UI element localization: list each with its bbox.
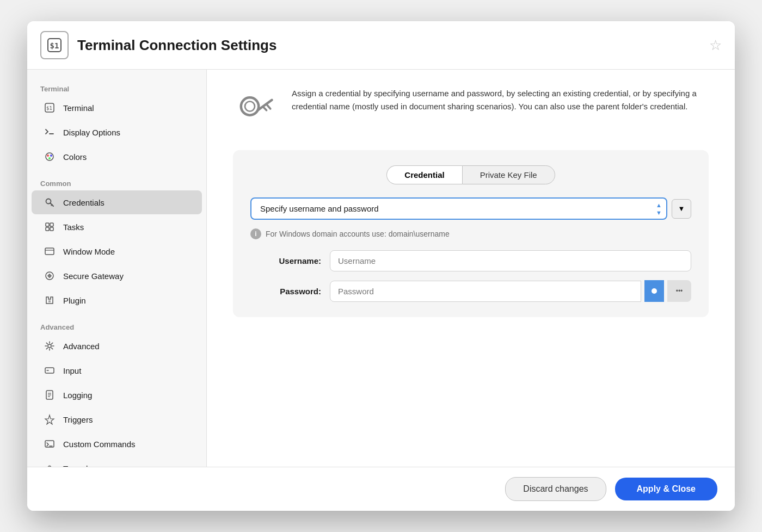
input-icon: [42, 363, 57, 378]
svg-text:$1: $1: [46, 106, 52, 111]
svg-rect-20: [48, 300, 51, 302]
description-text: Assign a credential by specifying userna…: [292, 87, 709, 113]
svg-point-21: [48, 344, 51, 348]
svg-rect-15: [50, 227, 53, 231]
password-extra-button[interactable]: •••: [667, 280, 691, 302]
svg-line-34: [267, 105, 271, 109]
app-icon: $1: [40, 31, 69, 59]
sidebar-item-window-mode[interactable]: Window Mode: [32, 239, 202, 263]
favorite-icon[interactable]: ☆: [709, 37, 722, 54]
sidebar-label-advanced: Advanced: [63, 342, 100, 351]
credential-select-wrapper: Specify username and password Use existi…: [250, 197, 667, 220]
svg-rect-16: [45, 248, 54, 255]
svg-rect-14: [46, 227, 49, 231]
hint-text: For Windows domain accounts use: domain\…: [266, 230, 450, 238]
apply-close-button[interactable]: Apply & Close: [615, 478, 717, 500]
secure-gateway-icon: [42, 269, 57, 283]
sidebar-label-triggers: Triggers: [63, 415, 93, 424]
description-area: Assign a credential by specifying userna…: [233, 87, 709, 131]
sidebar-item-input[interactable]: Input: [32, 358, 202, 382]
svg-text:$1: $1: [50, 41, 59, 50]
window-title: Terminal Connection Settings: [77, 37, 709, 54]
sidebar-label-plugin: Plugin: [63, 296, 86, 305]
sidebar-section-common: Common: [27, 175, 206, 190]
main-content: Assign a credential by specifying userna…: [207, 70, 735, 467]
tab-credential[interactable]: Credential: [386, 165, 462, 184]
sidebar: Terminal $1 Terminal Display Options Col…: [27, 70, 207, 467]
sidebar-item-tasks[interactable]: Tasks: [32, 215, 202, 239]
password-input[interactable]: [330, 281, 641, 302]
svg-point-32: [245, 102, 255, 112]
svg-rect-12: [46, 223, 49, 226]
terminal-icon: $1: [42, 101, 57, 115]
custom-commands-icon: [42, 437, 57, 451]
svg-point-6: [47, 154, 49, 157]
svg-line-35: [263, 107, 266, 110]
sidebar-label-terminal: Terminal: [63, 103, 94, 113]
tunnels-icon: [42, 461, 57, 467]
sidebar-item-logging[interactable]: Logging: [32, 383, 202, 407]
key-icon-wrapper: [233, 87, 276, 131]
credentials-icon: [42, 195, 57, 209]
sidebar-item-triggers[interactable]: Triggers: [32, 407, 202, 431]
sidebar-label-colors: Colors: [63, 152, 87, 162]
username-label: Username:: [250, 256, 321, 265]
sidebar-section-terminal: Terminal: [27, 81, 206, 95]
window-mode-icon: [42, 244, 57, 258]
password-toggle-button[interactable]: [644, 280, 664, 302]
sidebar-item-colors[interactable]: Colors: [32, 145, 202, 169]
logging-icon: [42, 388, 57, 402]
discard-button[interactable]: Discard changes: [505, 477, 606, 501]
svg-point-31: [241, 97, 259, 115]
form-grid: Username: Password: •••: [250, 250, 691, 302]
footer: Discard changes Apply & Close: [27, 467, 735, 511]
password-label: Password:: [250, 287, 321, 296]
display-options-icon: [42, 125, 57, 139]
svg-point-8: [48, 157, 51, 159]
colors-icon: [42, 150, 57, 164]
svg-rect-13: [50, 223, 53, 226]
svg-point-7: [50, 154, 52, 157]
sidebar-item-secure-gateway[interactable]: Secure Gateway: [32, 264, 202, 288]
sidebar-label-window-mode: Window Mode: [63, 247, 115, 256]
sidebar-label-custom-commands: Custom Commands: [63, 440, 136, 449]
credential-dropdown-row: Specify username and password Use existi…: [250, 197, 691, 220]
sidebar-item-advanced[interactable]: Advanced: [32, 334, 202, 358]
dropdown-extra-button[interactable]: ▼: [672, 199, 691, 219]
sidebar-item-tunnels[interactable]: Tunnels: [32, 456, 202, 467]
sidebar-label-secure-gateway: Secure Gateway: [63, 271, 124, 281]
sidebar-label-logging: Logging: [63, 391, 92, 400]
main-window: $1 Terminal Connection Settings ☆ Termin…: [27, 21, 735, 511]
triggers-icon: [42, 412, 57, 426]
info-icon: i: [250, 228, 261, 239]
tab-row: Credential Private Key File: [250, 165, 691, 184]
password-row: •••: [330, 280, 691, 302]
tasks-icon: [42, 220, 57, 234]
advanced-icon: [42, 339, 57, 353]
plugin-icon: [42, 293, 57, 307]
svg-point-36: [652, 288, 657, 294]
sidebar-section-advanced: Advanced: [27, 319, 206, 333]
info-hint: i For Windows domain accounts use: domai…: [250, 228, 691, 239]
title-bar: $1 Terminal Connection Settings ☆: [27, 21, 735, 70]
sidebar-item-credentials[interactable]: Credentials: [32, 190, 202, 214]
sidebar-label-display-options: Display Options: [63, 128, 120, 137]
sidebar-label-tasks: Tasks: [63, 222, 84, 232]
sidebar-item-plugin[interactable]: Plugin: [32, 288, 202, 312]
sidebar-item-display-options[interactable]: Display Options: [32, 120, 202, 144]
sidebar-item-custom-commands[interactable]: Custom Commands: [32, 432, 202, 456]
sidebar-item-terminal[interactable]: $1 Terminal: [32, 96, 202, 120]
sidebar-label-credentials: Credentials: [63, 198, 105, 207]
sidebar-label-input: Input: [63, 366, 81, 375]
credential-panel: Credential Private Key File Specify user…: [233, 150, 709, 317]
username-input[interactable]: [330, 250, 691, 271]
credential-select[interactable]: Specify username and password Use existi…: [250, 197, 667, 220]
tab-private-key-file[interactable]: Private Key File: [462, 165, 555, 184]
content-area: Terminal $1 Terminal Display Options Col…: [27, 70, 735, 467]
